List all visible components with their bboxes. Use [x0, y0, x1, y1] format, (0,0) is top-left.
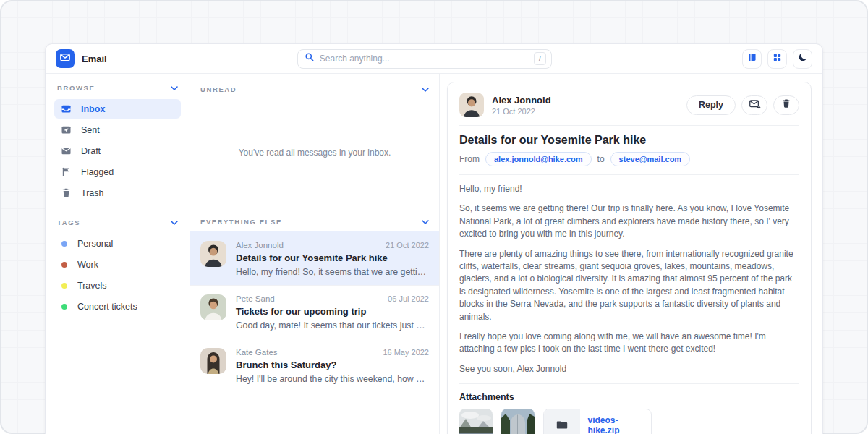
- tag-item-work[interactable]: Work: [54, 255, 181, 274]
- tag-item-concert-tickets[interactable]: Concert tickets: [54, 297, 181, 316]
- tag-color-dot: [61, 304, 67, 310]
- search-bar[interactable]: /: [297, 49, 552, 69]
- body-paragraph: Hello, my friend!: [459, 183, 799, 195]
- avatar: [200, 241, 226, 267]
- apps-grid-button[interactable]: [767, 49, 787, 69]
- delete-mail-button[interactable]: [773, 95, 799, 115]
- tag-color-dot: [61, 262, 67, 268]
- body-paragraph: There are plenty of amazing things to se…: [459, 248, 799, 323]
- grid-icon: [773, 52, 782, 65]
- sidebar-item-trash[interactable]: Trash: [54, 183, 181, 203]
- divider: [459, 174, 799, 175]
- sidebar-item-sent[interactable]: Sent: [54, 120, 181, 140]
- mail-sender: Alex Jonnold: [236, 241, 284, 250]
- sent-icon: [61, 124, 72, 135]
- unread-label: UNREAD: [200, 85, 237, 93]
- sidebar-item-label: Inbox: [81, 104, 105, 114]
- notebook-icon: [747, 52, 757, 65]
- tags-label: TAGS: [57, 218, 80, 226]
- file-icon-area: [544, 409, 580, 434]
- mail-sender: Kate Gates: [236, 348, 278, 357]
- tag-label: Personal: [77, 239, 113, 249]
- to-label: to: [597, 154, 605, 164]
- avatar: [200, 294, 226, 320]
- app-title: Email: [82, 54, 107, 64]
- sidebar: BROWSE Inbox Sent: [46, 74, 190, 434]
- mail-subject: Brunch this Saturday?: [236, 359, 429, 370]
- sidebar-item-label: Sent: [81, 125, 100, 135]
- chevron-down-icon: [171, 218, 178, 226]
- attachment-photo-valley[interactable]: [459, 409, 493, 434]
- mail-detail-column: Alex Jonnold 21 Oct 2022 Reply: [440, 74, 822, 434]
- mail-detail-card: Alex Jonnold 21 Oct 2022 Reply: [447, 82, 812, 434]
- dark-mode-button[interactable]: [793, 49, 812, 69]
- mail-date: 16 May 2022: [383, 348, 429, 357]
- search-icon: [305, 52, 315, 65]
- sidebar-item-label: Flagged: [81, 167, 114, 177]
- chevron-down-icon: [171, 84, 178, 92]
- notebook-button[interactable]: [742, 49, 762, 69]
- message-list-column: UNREAD You've read all messages in your …: [190, 74, 440, 434]
- trash-icon: [61, 187, 72, 198]
- app-header: Email /: [46, 44, 822, 74]
- sidebar-item-label: Draft: [81, 146, 101, 156]
- mail-list-item[interactable]: Kate Gates 16 May 2022 Brunch this Satur…: [190, 339, 439, 392]
- app-logo: [56, 49, 75, 68]
- tag-color-dot: [61, 283, 67, 289]
- envelope-icon: [59, 51, 72, 67]
- unread-section-header[interactable]: UNREAD: [190, 74, 439, 99]
- to-email-pill[interactable]: steve@mail.com: [610, 152, 691, 166]
- detail-sender-name: Alex Jonnold: [492, 95, 551, 106]
- draft-icon: [61, 145, 72, 156]
- folder-icon: [556, 419, 569, 433]
- email-app-window: Email /: [45, 43, 823, 434]
- attachment-photo-half-dome[interactable]: [501, 409, 535, 434]
- tags-section-header[interactable]: TAGS: [54, 218, 181, 226]
- chevron-down-icon: [422, 218, 429, 226]
- sidebar-item-inbox[interactable]: Inbox: [54, 99, 181, 119]
- mail-forward-icon: [749, 98, 761, 112]
- unread-empty-message: You've read all messages in your inbox.: [190, 99, 439, 206]
- search-input[interactable]: [320, 54, 529, 64]
- tag-label: Travels: [77, 281, 107, 291]
- mail-subject: Tickets for our upcoming trip: [236, 306, 429, 317]
- trash-icon: [781, 98, 791, 111]
- mail-preview: Good day, mate! It seems that our ticket…: [236, 320, 429, 331]
- from-label: From: [459, 154, 480, 164]
- body-paragraph: See you soon, Alex Jonnold: [459, 363, 799, 375]
- inbox-icon: [61, 103, 72, 114]
- moon-icon: [798, 52, 808, 65]
- detail-date: 21 Oct 2022: [492, 107, 551, 116]
- detail-subject: Details for our Yosemite Park hike: [459, 134, 799, 147]
- sidebar-item-flagged[interactable]: Flagged: [54, 162, 181, 182]
- flag-icon: [61, 166, 72, 177]
- everything-else-label: EVERYTHING ELSE: [200, 218, 282, 226]
- mail-date: 06 Jul 2022: [388, 294, 429, 303]
- everything-else-section-header[interactable]: EVERYTHING ELSE: [190, 206, 439, 231]
- avatar: [459, 93, 484, 117]
- tag-item-travels[interactable]: Travels: [54, 276, 181, 295]
- divider: [459, 383, 799, 384]
- mail-list-item[interactable]: Pete Sand 06 Jul 2022 Tickets for our up…: [190, 285, 439, 339]
- body-paragraph: I really hope you love coming along with…: [459, 331, 799, 356]
- divider: [459, 125, 799, 126]
- forward-mail-button[interactable]: [741, 95, 767, 115]
- browse-label: BROWSE: [57, 84, 95, 92]
- mail-body: Hello, my friend! So, it seems we are ge…: [459, 183, 799, 375]
- file-name: videos-hike.zip: [587, 415, 644, 434]
- sidebar-item-draft[interactable]: Draft: [54, 141, 181, 161]
- from-email-pill[interactable]: alex.jonnold@hike.com: [485, 152, 592, 166]
- mail-preview: Hello, my friend! So, it seems that we a…: [236, 267, 429, 277]
- body-paragraph: So, it seems we are getting there! Our t…: [459, 203, 799, 240]
- reply-button[interactable]: Reply: [686, 95, 736, 115]
- attachments-label: Attachments: [459, 392, 799, 402]
- attachment-file-card[interactable]: videos-hike.zip 100 MB: [543, 409, 652, 434]
- avatar: [200, 348, 226, 374]
- browse-section-header[interactable]: BROWSE: [54, 84, 181, 92]
- mail-sender: Pete Sand: [236, 294, 275, 303]
- tag-label: Concert tickets: [77, 302, 137, 312]
- mail-list-item[interactable]: Alex Jonnold 21 Oct 2022 Details for our…: [190, 231, 439, 285]
- mail-date: 21 Oct 2022: [386, 241, 429, 250]
- chevron-down-icon: [422, 85, 429, 93]
- tag-item-personal[interactable]: Personal: [54, 234, 181, 253]
